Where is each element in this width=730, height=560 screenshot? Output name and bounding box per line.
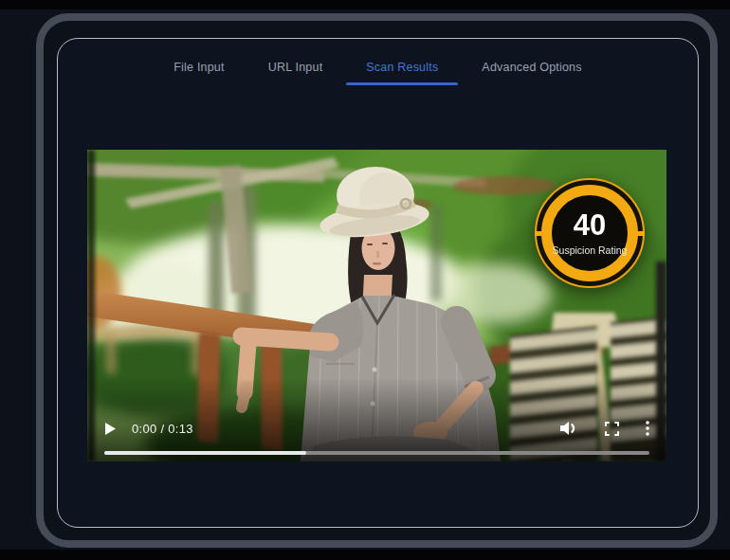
player-controls: 0:00 / 0:13	[87, 418, 666, 439]
suspicion-rating-badge: 40 Suspicion Rating	[535, 178, 645, 288]
top-black-strip	[0, 0, 730, 9]
kebab-menu-icon[interactable]	[646, 421, 649, 436]
video-player[interactable]: 40 Suspicion Rating 0:00 / 0:13	[87, 150, 666, 461]
suspicion-rating-value: 40	[574, 210, 606, 240]
app-window: File Input URL Input Scan Results Advanc…	[0, 0, 730, 560]
seek-bar[interactable]	[104, 451, 649, 455]
play-icon[interactable]	[104, 422, 117, 436]
suspicion-rating-label: Suspicion Rating	[553, 244, 628, 256]
bottom-black-strip	[0, 550, 730, 560]
volume-icon[interactable]	[559, 421, 578, 436]
suspicion-rating-ring: 40 Suspicion Rating	[541, 185, 638, 281]
tab-scan-results-label: Scan Results	[366, 61, 438, 74]
tab-bar: File Input URL Input Scan Results Advanc…	[57, 55, 699, 80]
tab-url-input[interactable]: URL Input	[253, 55, 338, 80]
fullscreen-icon[interactable]	[605, 422, 619, 436]
tab-file-input[interactable]: File Input	[158, 55, 239, 80]
time-display: 0:00 / 0:13	[132, 422, 193, 436]
active-tab-underline	[346, 82, 458, 85]
tab-scan-results[interactable]: Scan Results	[351, 55, 453, 80]
tab-advanced-options[interactable]: Advanced Options	[466, 55, 596, 80]
seek-bar-buffered	[104, 451, 306, 455]
